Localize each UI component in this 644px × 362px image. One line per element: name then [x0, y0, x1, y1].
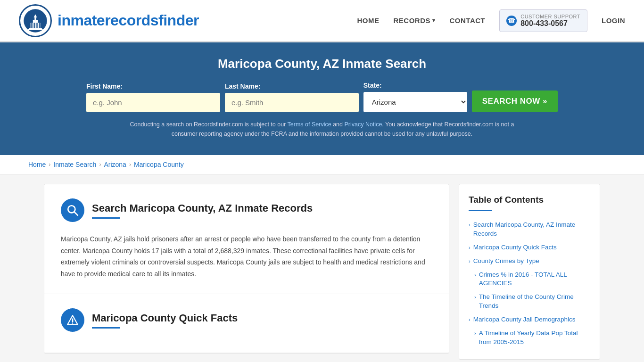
toc-link-1[interactable]: Search Maricopa County, AZ Inmate Record…: [473, 221, 590, 239]
section2-title-block: Maricopa County Quick Facts: [92, 312, 238, 329]
breadcrumb: Home › Inmate Search › Arizona › Maricop…: [0, 155, 644, 174]
chevron-icon-2: ›: [469, 245, 471, 250]
site-header: inmaterecordsfinder HOME RECORDS ▾ CONTA…: [0, 0, 644, 42]
toc-link-6[interactable]: Maricopa County Jail Demographics: [473, 315, 576, 324]
svg-rect-2: [33, 20, 38, 23]
breadcrumb-home[interactable]: Home: [28, 161, 46, 168]
svg-rect-3: [34, 17, 36, 20]
breadcrumb-sep-1: ›: [49, 161, 50, 168]
chevron-icon-3: ›: [469, 258, 471, 264]
terms-link[interactable]: Terms of Service: [288, 121, 331, 128]
toc-title: Table of Contents: [469, 195, 590, 205]
chevron-icon-7: ›: [474, 330, 476, 336]
support-box: ☎ CUSTOMER SUPPORT 800-433-0567: [499, 9, 587, 32]
section-quick-facts: Maricopa County Quick Facts: [44, 294, 449, 353]
svg-rect-10: [39, 23, 40, 28]
triangle-warning-icon: [66, 314, 79, 326]
chevron-icon-5: ›: [474, 294, 476, 300]
toc-item-5: › The Timeline of the County Crime Trend…: [469, 291, 590, 313]
first-name-label: First Name:: [86, 82, 220, 90]
breadcrumb-county: Maricopa County: [134, 161, 184, 168]
section1-header: Search Maricopa County, AZ Inmate Record…: [61, 198, 432, 222]
last-name-group: Last Name:: [225, 82, 359, 112]
chevron-down-icon: ▾: [432, 17, 436, 24]
section1-body: Maricopa County, AZ jails hold prisoners…: [61, 229, 432, 280]
toc-item-1: › Search Maricopa County, AZ Inmate Reco…: [469, 219, 590, 240]
toc-link-4[interactable]: Crimes % in 2016 - TOTAL ALL AGENCIES: [479, 271, 590, 288]
first-name-input[interactable]: [86, 93, 220, 112]
sidebar-toc: Table of Contents › Search Maricopa Coun…: [459, 184, 600, 360]
svg-line-14: [74, 212, 78, 215]
chevron-icon-6: ›: [469, 317, 471, 322]
state-select[interactable]: Arizona Alabama Alaska California Colora…: [363, 92, 467, 112]
breadcrumb-arizona[interactable]: Arizona: [104, 161, 126, 168]
toc-divider: [469, 210, 492, 211]
toc-item-2: › Maricopa County Quick Facts: [469, 241, 590, 254]
section2-underline: [92, 327, 120, 329]
breadcrumb-inmate-search[interactable]: Inmate Search: [53, 161, 96, 168]
phone-icon: ☎: [506, 16, 517, 26]
svg-rect-8: [36, 23, 37, 28]
toc-link-2[interactable]: Maricopa County Quick Facts: [473, 243, 557, 252]
logo-area: inmaterecordsfinder: [19, 4, 199, 37]
support-info: CUSTOMER SUPPORT 800-433-0567: [520, 14, 580, 28]
privacy-link[interactable]: Privacy Notice: [344, 121, 382, 128]
toc-link-7[interactable]: A Timeline of Yearly Data Pop Total from…: [479, 329, 590, 347]
logo-text: inmaterecordsfinder: [58, 12, 199, 29]
svg-rect-1: [31, 23, 41, 28]
svg-rect-9: [37, 23, 38, 28]
logo-icon: [19, 4, 52, 37]
content-area: Search Maricopa County, AZ Inmate Record…: [44, 184, 449, 354]
chevron-icon-4: ›: [474, 272, 476, 278]
breadcrumb-sep-3: ›: [129, 161, 131, 168]
first-name-group: First Name:: [86, 82, 220, 112]
main-content: Search Maricopa County, AZ Inmate Record…: [25, 184, 619, 360]
toc-list: › Search Maricopa County, AZ Inmate Reco…: [469, 219, 590, 349]
section1-underline: [92, 217, 120, 219]
toc-link-3[interactable]: County Crimes by Type: [473, 257, 539, 266]
nav-contact[interactable]: CONTACT: [450, 16, 486, 25]
search-icon-circle: [61, 198, 84, 222]
svg-rect-7: [34, 23, 35, 28]
toc-item-4: › Crimes % in 2016 - TOTAL ALL AGENCIES: [469, 269, 590, 290]
warning-icon-circle: [61, 308, 84, 332]
nav-home[interactable]: HOME: [357, 16, 379, 25]
svg-rect-5: [31, 23, 32, 28]
svg-rect-12: [28, 29, 42, 30]
main-nav: HOME RECORDS ▾ CONTACT ☎ CUSTOMER SUPPOR…: [357, 9, 625, 32]
hero-section: Maricopa County, AZ Inmate Search First …: [0, 42, 644, 155]
search-form: First Name: Last Name: State: Arizona Al…: [86, 82, 558, 112]
chevron-icon-1: ›: [469, 222, 471, 228]
section-inmate-records: Search Maricopa County, AZ Inmate Record…: [44, 184, 449, 294]
hero-title: Maricopa County, AZ Inmate Search: [19, 57, 625, 71]
section1-title-block: Search Maricopa County, AZ Inmate Record…: [92, 202, 313, 219]
last-name-label: Last Name:: [225, 82, 359, 90]
magnifier-icon: [66, 204, 79, 216]
last-name-input[interactable]: [225, 93, 359, 112]
toc-item-7: › A Timeline of Yearly Data Pop Total fr…: [469, 327, 590, 349]
toc-item-3: › County Crimes by Type: [469, 255, 590, 268]
nav-records[interactable]: RECORDS ▾: [393, 16, 435, 25]
svg-point-17: [72, 322, 74, 324]
section2-title: Maricopa County Quick Facts: [92, 312, 238, 324]
search-button[interactable]: SEARCH NOW »: [472, 90, 558, 112]
breadcrumb-sep-2: ›: [99, 161, 101, 168]
toc-item-6: › Maricopa County Jail Demographics: [469, 313, 590, 326]
section2-header: Maricopa County Quick Facts: [61, 308, 432, 332]
toc-link-5[interactable]: The Timeline of the County Crime Trends: [479, 293, 590, 311]
login-button[interactable]: LOGIN: [602, 16, 625, 25]
state-group: State: Arizona Alabama Alaska California…: [363, 82, 467, 112]
hero-disclaimer: Conducting a search on Recordsfinder.com…: [129, 120, 515, 139]
state-label: State:: [363, 82, 467, 89]
svg-rect-6: [33, 23, 33, 28]
section1-title: Search Maricopa County, AZ Inmate Record…: [92, 202, 313, 214]
